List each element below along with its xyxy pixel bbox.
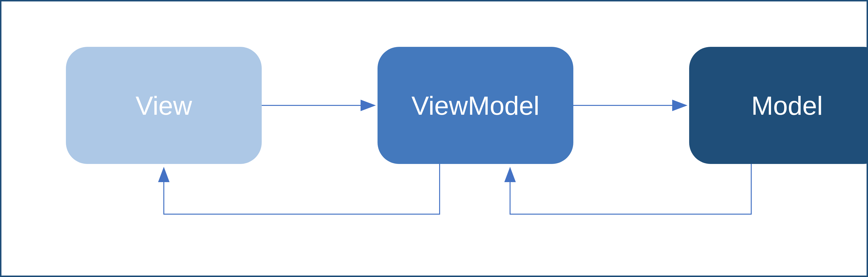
node-viewmodel: ViewModel bbox=[377, 47, 574, 164]
node-viewmodel-label: ViewModel bbox=[411, 90, 539, 121]
arrow-model-to-viewmodel bbox=[510, 164, 751, 214]
arrow-viewmodel-to-view bbox=[164, 164, 440, 214]
node-model: Model bbox=[689, 47, 868, 164]
node-view: View bbox=[66, 47, 262, 164]
node-model-label: Model bbox=[751, 90, 823, 121]
node-view-label: View bbox=[136, 90, 192, 121]
diagram-frame: View ViewModel Model bbox=[0, 0, 868, 277]
